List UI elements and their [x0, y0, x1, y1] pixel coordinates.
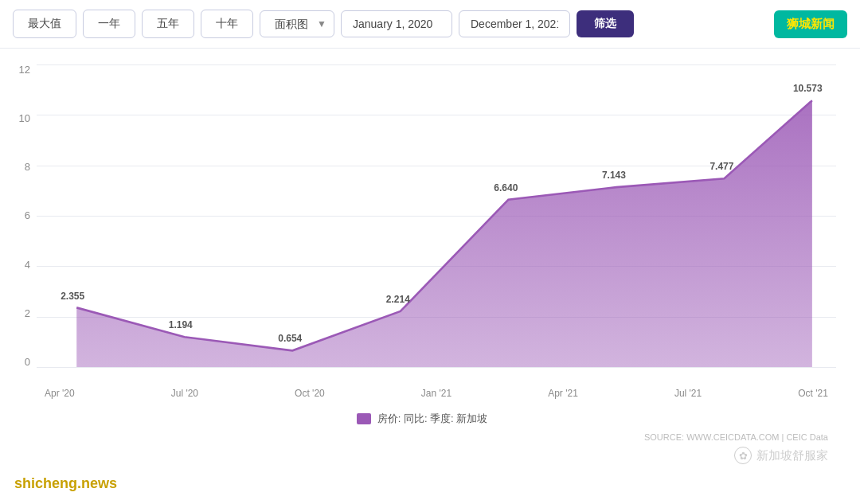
grid-line-0 — [37, 367, 836, 368]
x-label-oct20: Oct '20 — [295, 388, 325, 399]
ten-year-button[interactable]: 十年 — [201, 10, 253, 38]
footer-brand-area: shicheng.news — [0, 471, 860, 503]
label-10573: 10.573 — [793, 83, 823, 94]
label-7477: 7.477 — [710, 161, 733, 172]
chart-type-select-wrap: 面积图 折线图 柱状图 ▼ — [260, 10, 334, 37]
toolbar: 最大值 一年 五年 十年 面积图 折线图 柱状图 ▼ 筛选 狮城新闻 — [0, 0, 860, 49]
brand-text: shicheng.news — [14, 475, 117, 491]
x-label-oct21: Oct '21 — [798, 388, 828, 399]
y-label-8: 8 — [25, 162, 30, 172]
chart-type-select[interactable]: 面积图 折线图 柱状图 — [260, 10, 334, 37]
x-axis: Apr '20 Jul '20 Oct '20 Jan '21 Apr '21 … — [37, 388, 836, 399]
y-label-4: 4 — [25, 260, 30, 270]
y-axis: 12 10 8 6 4 2 0 — [8, 64, 37, 367]
legend-color-box — [357, 413, 371, 424]
news-button-label: 狮城新闻 — [787, 17, 835, 30]
x-label-jul21: Jul '21 — [674, 388, 702, 399]
five-year-button[interactable]: 五年 — [142, 10, 194, 38]
y-label-12: 12 — [19, 64, 30, 75]
y-label-10: 10 — [19, 113, 30, 123]
watermark-area: ✿ 新加坡舒服家 — [8, 447, 836, 471]
x-label-apr20: Apr '20 — [45, 388, 75, 399]
news-button[interactable]: 狮城新闻 — [774, 10, 847, 38]
y-label-2: 2 — [25, 308, 30, 318]
label-6640: 6.640 — [494, 182, 518, 193]
label-2214: 2.214 — [386, 294, 410, 305]
source-text: SOURCE: WWW.CEICDATA.COM | CEIC Data — [644, 432, 828, 442]
start-date-input[interactable] — [341, 10, 452, 37]
legend-area: 房价: 同比: 季度: 新加坡 — [8, 407, 836, 429]
x-label-apr21: Apr '21 — [548, 388, 578, 399]
one-year-button[interactable]: 一年 — [83, 10, 135, 38]
app-container: 最大值 一年 五年 十年 面积图 折线图 柱状图 ▼ 筛选 狮城新闻 12 10… — [0, 0, 860, 504]
wechat-icon: ✿ — [734, 447, 752, 464]
label-7143: 7.143 — [602, 170, 626, 181]
source-area: SOURCE: WWW.CEICDATA.COM | CEIC Data — [8, 429, 836, 447]
y-label-0: 0 — [25, 357, 30, 367]
chart-area: 12 10 8 6 4 2 0 — [0, 49, 860, 471]
watermark-text: 新加坡舒服家 — [756, 448, 828, 463]
y-label-6: 6 — [25, 210, 30, 221]
filter-button[interactable]: 筛选 — [577, 10, 634, 37]
x-label-jul20: Jul '20 — [171, 388, 198, 399]
label-0654: 0.654 — [278, 333, 302, 344]
data-labels: 2.355 1.194 0.654 2.214 6.640 7.143 7.47… — [37, 64, 836, 367]
end-date-input[interactable] — [459, 10, 570, 37]
label-1194: 1.194 — [169, 319, 193, 330]
label-2355: 2.355 — [61, 291, 84, 302]
chart-wrapper: 12 10 8 6 4 2 0 — [8, 57, 836, 407]
legend-label: 房价: 同比: 季度: 新加坡 — [377, 412, 488, 426]
chart-inner: 2.355 1.194 0.654 2.214 6.640 7.143 7.47… — [37, 64, 836, 367]
x-label-jan21: Jan '21 — [421, 388, 452, 399]
max-button[interactable]: 最大值 — [13, 10, 76, 38]
